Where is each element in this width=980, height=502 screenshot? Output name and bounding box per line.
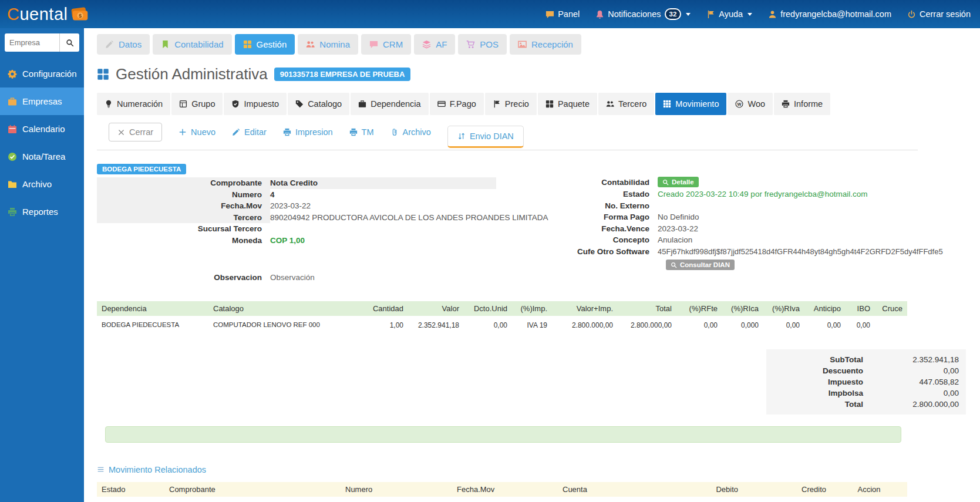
tab-contabilidad[interactable]: Contabilidad xyxy=(153,34,231,55)
archivo-button[interactable]: Archivo xyxy=(390,127,431,137)
fecha-mov-value: 2023-03-22 xyxy=(270,200,496,212)
sidebar-item-reportes[interactable]: Reportes xyxy=(0,198,84,225)
logout-menu-item[interactable]: Cerrar sesión xyxy=(907,9,971,19)
field-label: Estado xyxy=(531,188,658,200)
plus-icon xyxy=(179,128,187,136)
tab-informe[interactable]: Informe xyxy=(774,93,830,115)
cart-icon xyxy=(466,40,475,49)
tab-label: Informe xyxy=(794,99,823,109)
tercero-value: 890204942 PRODUCTORA AVICOLA DE LOS ANDE… xyxy=(270,212,548,224)
gear-icon xyxy=(8,69,17,79)
tab-recepcion[interactable]: Recepción xyxy=(510,34,581,55)
tab-gestion[interactable]: Gestión xyxy=(235,34,295,55)
field-label: Comprobante xyxy=(97,177,270,189)
flag-icon xyxy=(493,100,501,108)
document-left-fields: BODEGA PIEDECUESTA ComprobanteNota Credi… xyxy=(97,163,496,284)
tab-label: AF xyxy=(436,39,447,49)
wordpress-icon: W xyxy=(735,100,743,108)
tab-dependencia[interactable]: Dependencia xyxy=(351,93,428,115)
search-icon xyxy=(662,179,669,186)
button-label: Impresion xyxy=(295,127,333,137)
nuevo-button[interactable]: Nuevo xyxy=(179,127,215,137)
tab-crm[interactable]: CRM xyxy=(361,34,411,55)
cerrar-button[interactable]: Cerrar xyxy=(109,123,162,141)
field-label: Forma Pago xyxy=(531,211,658,223)
related-column-header: Debito xyxy=(687,482,743,497)
tab-label: Recepción xyxy=(531,39,573,49)
chevron-down-icon xyxy=(686,13,691,16)
items-column-header: Valor xyxy=(408,301,464,316)
tab-movimiento[interactable]: Movimiento xyxy=(655,93,726,115)
editar-button[interactable]: Editar xyxy=(232,127,267,137)
module-tabs: Datos Contabilidad Gestión Nomina CRM AF… xyxy=(97,28,980,55)
navbar-menu: Panel Notificaciones 32 Ayuda fredyrange… xyxy=(545,8,971,20)
related-column-header: Accion xyxy=(831,482,907,497)
sidebar-item-nota-tarea[interactable]: Nota/Tarea xyxy=(0,143,84,170)
tab-label: Grupo xyxy=(191,99,215,109)
items-cell: 0,00 xyxy=(676,316,722,336)
tab-label: POS xyxy=(480,39,499,49)
page-header: Gestión Administrativa 901335718 EMPRESA… xyxy=(97,65,980,83)
grid-icon xyxy=(97,68,109,80)
status-alert-bar xyxy=(105,426,901,443)
brand-logo[interactable]: Cuental $ xyxy=(7,5,89,24)
grid-icon xyxy=(663,100,671,108)
bell-icon xyxy=(595,10,604,19)
items-table: DependenciaCatalogoCantidadValorDcto.Uni… xyxy=(97,301,907,336)
tm-button[interactable]: TM xyxy=(349,127,374,137)
tab-catalogo[interactable]: Catalogo xyxy=(288,93,349,115)
panel-icon xyxy=(545,10,554,19)
notifications-menu-item[interactable]: Notificaciones 32 xyxy=(595,8,691,20)
sidebar-item-archivo[interactable]: Archivo xyxy=(0,170,84,198)
items-cell: COMPUTADOR LENOVO REF 000 xyxy=(208,316,355,336)
button-label: Nuevo xyxy=(191,127,215,137)
detalle-button[interactable]: Detalle xyxy=(658,177,699,187)
tab-precio[interactable]: Precio xyxy=(485,93,537,115)
tab-label: Datos xyxy=(119,39,142,49)
button-label: Envio DIAN xyxy=(470,132,514,141)
company-search-button[interactable] xyxy=(59,33,79,52)
tab-impuesto[interactable]: Impuesto xyxy=(224,93,287,115)
help-menu-item[interactable]: Ayuda xyxy=(706,9,752,19)
company-search-input[interactable] xyxy=(5,33,59,52)
concepto-value: Anulacion xyxy=(658,234,969,246)
pencil-icon xyxy=(232,128,240,136)
panel-menu-item[interactable]: Panel xyxy=(545,9,580,19)
grid-icon xyxy=(545,100,554,108)
logout-label: Cerrar sesión xyxy=(920,9,971,19)
tab-label: Paquete xyxy=(558,99,590,109)
tab-pos[interactable]: POS xyxy=(458,34,507,55)
table-row: BODEGA PIEDECUESTACOMPUTADOR LENOVO REF … xyxy=(97,316,907,336)
tab-paquete[interactable]: Paquete xyxy=(538,93,597,115)
field-label: Contabilidad xyxy=(531,177,658,188)
consultar-dian-button[interactable]: Consultar DIAN xyxy=(666,260,735,270)
tab-tercero[interactable]: Tercero xyxy=(598,93,654,115)
envio-dian-button[interactable]: Envio DIAN xyxy=(447,126,524,148)
related-movements-toggle[interactable]: Movimiento Relacionados xyxy=(97,465,980,474)
tab-datos[interactable]: Datos xyxy=(97,34,150,55)
estado-value: Creado 2023-03-22 10:49 por fredyrangelc… xyxy=(658,188,969,200)
tab-af[interactable]: AF xyxy=(414,34,455,55)
panel-label: Panel xyxy=(558,9,580,19)
tab-woo[interactable]: WWoo xyxy=(728,93,773,115)
user-menu-item[interactable]: fredyrangelcba@hotmail.com xyxy=(768,9,891,19)
sidebar-item-configuracion[interactable]: Configuración xyxy=(0,60,84,87)
people-icon xyxy=(306,40,315,49)
field-label: No. Externo xyxy=(531,200,658,212)
total-value: 2.800.000,00 xyxy=(863,399,966,410)
field-label: Observacion xyxy=(97,272,270,284)
sidebar-item-calendario[interactable]: Calendario xyxy=(0,115,84,143)
user-email: fredyrangelcba@hotmail.com xyxy=(780,9,891,19)
tab-numeracion[interactable]: Numeración xyxy=(97,93,170,115)
impresion-button[interactable]: Impresion xyxy=(283,127,333,137)
button-label: Archivo xyxy=(403,127,431,137)
items-column-header: Cantidad xyxy=(355,301,408,316)
tab-grupo[interactable]: Grupo xyxy=(171,93,223,115)
subtotal-value: 2.352.941,18 xyxy=(863,354,966,365)
sidebar-item-empresas[interactable]: Empresas xyxy=(0,87,84,115)
box-icon xyxy=(179,100,187,108)
items-column-header: (%)RFte xyxy=(676,301,722,316)
sidebar-item-label: Archivo xyxy=(22,179,52,189)
tab-nomina[interactable]: Nomina xyxy=(298,34,358,55)
tab-fpago[interactable]: F.Pago xyxy=(430,93,484,115)
